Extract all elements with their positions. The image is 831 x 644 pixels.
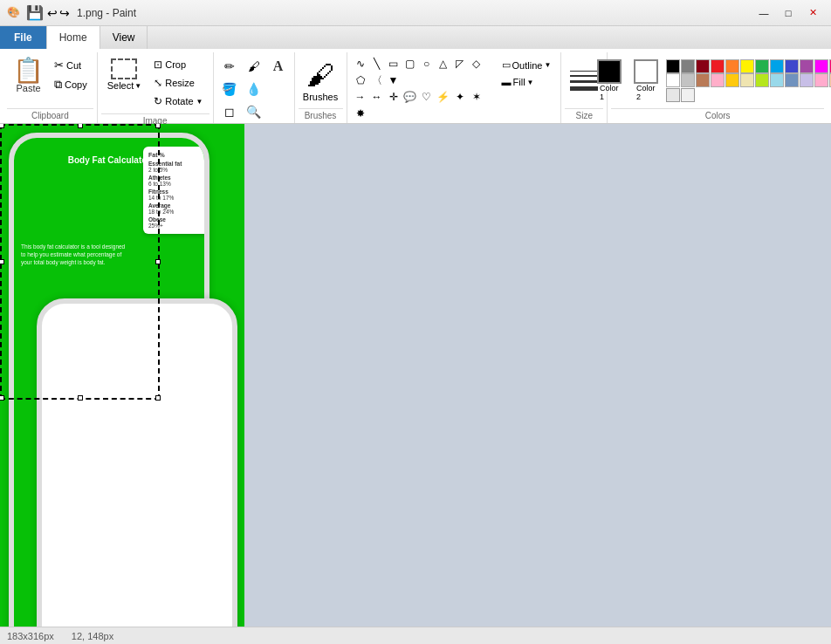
fill-tool[interactable]: 🪣 [219, 79, 240, 99]
copy-icon: ⧉ [54, 78, 62, 92]
shape-star4[interactable]: ✦ [452, 89, 468, 105]
shape-heart[interactable]: ♡ [419, 89, 435, 105]
color1-button[interactable]: Color1 [593, 57, 626, 105]
zoom-tool[interactable]: 🔍 [244, 101, 264, 122]
shape-more[interactable]: ▼ [386, 72, 402, 88]
swatch-green[interactable] [755, 59, 769, 73]
shape-lightning[interactable]: ⚡ [436, 89, 451, 105]
shape-callout[interactable]: 💬 [402, 89, 418, 105]
cut-button[interactable]: ✂ Cut [50, 56, 92, 74]
eraser-tool[interactable]: ◻ [219, 101, 240, 122]
swatch-lightgreen[interactable] [755, 73, 769, 87]
canvas-area: Body Fat Calculator Fat % Essential fat2… [0, 124, 831, 627]
shape-rect-outline[interactable]: ▭ [386, 56, 402, 72]
tab-home[interactable]: Home [47, 26, 100, 49]
swatch-rose[interactable] [814, 73, 828, 87]
shape-diamond[interactable]: ◇ [469, 56, 484, 72]
text-tool[interactable]: A [268, 56, 289, 77]
colors-group: Color1 Color2 [608, 52, 828, 123]
shape-triangle[interactable]: △ [436, 56, 451, 72]
color2-button[interactable]: Color2 [629, 57, 663, 105]
shape-ellipse[interactable]: ○ [419, 56, 435, 72]
swatch-darkred[interactable] [696, 59, 710, 73]
cut-icon: ✂ [54, 58, 64, 72]
swatch-brown[interactable] [696, 73, 710, 87]
swatch-lightblue[interactable] [770, 73, 784, 87]
paste-icon: 📋 [13, 58, 44, 83]
swatch-custom2[interactable] [681, 88, 695, 102]
eyedropper-tool[interactable]: 💧 [244, 79, 264, 99]
shape-star8[interactable]: ✸ [353, 106, 368, 121]
swatch-custom1[interactable] [666, 88, 680, 102]
tab-file[interactable]: File [0, 26, 47, 49]
brushes-button[interactable]: 🖌 Brushes [303, 59, 338, 102]
paste-button[interactable]: 📋 Paste [9, 56, 48, 96]
swatch-lavender[interactable] [800, 73, 814, 87]
color2-swatch [634, 59, 658, 84]
toolbar-undo[interactable]: ↩ [47, 6, 58, 20]
swatch-lightyellow[interactable] [740, 73, 754, 87]
paint-bucket-tool[interactable]: 🖌 [244, 56, 264, 77]
shape-arrow-bi[interactable]: ↔ [369, 89, 385, 105]
status-dimensions: 183x316px [7, 631, 54, 641]
shape-arrow-r[interactable]: → [353, 89, 368, 105]
color-palette [666, 59, 831, 102]
tools-col1: ✏ 🪣 ◻ [219, 56, 240, 122]
fill-dropdown: ▼ [527, 79, 534, 86]
shapes-group: ∿ ╲ ▭ ▢ ○ △ ◸ ◇ ⬠ 〈 ▼ → ↔ ✛ 💬 ♡ [347, 52, 562, 123]
close-button[interactable]: ✕ [801, 4, 824, 22]
swatch-red[interactable] [711, 59, 725, 73]
brushes-group: 🖌 Brushes Brushes [295, 52, 347, 123]
swatch-salmon[interactable] [711, 73, 725, 87]
outline-button[interactable]: ▭ Outline ▼ [498, 58, 556, 72]
swatch-gray[interactable] [681, 59, 695, 73]
swatch-magenta[interactable] [814, 59, 828, 73]
shape-curve[interactable]: ∿ [353, 56, 368, 72]
clipboard-group: 📋 Paste ✂ Cut ⧉ Copy Clipboard [3, 52, 98, 123]
tools-content: ✏ 🪣 ◻ 🖌 💧 🔍 A [217, 52, 291, 126]
select-button[interactable]: Select ▼ [103, 56, 147, 93]
color2-label: Color2 [636, 85, 656, 102]
swatch-black[interactable] [666, 59, 680, 73]
shape-rtriangle[interactable]: ◸ [452, 56, 468, 72]
swatch-yellow[interactable] [740, 59, 754, 73]
toolbar-redo[interactable]: ↪ [59, 6, 70, 20]
minimize-button[interactable]: — [752, 4, 775, 22]
shape-pentagon[interactable]: ⬠ [353, 72, 368, 88]
resize-button[interactable]: ⤡ Resize [149, 74, 207, 92]
swatch-purple[interactable] [800, 59, 814, 73]
shape-line[interactable]: ╲ [369, 56, 385, 72]
copy-button[interactable]: ⧉ Copy [50, 75, 92, 94]
rotate-icon: ↻ [154, 95, 162, 107]
maximize-button[interactable]: □ [777, 4, 800, 22]
toolbar-save[interactable]: 💾 [26, 4, 44, 21]
pencil-tool[interactable]: ✏ [219, 56, 240, 77]
fitness: Fitness14 to 17% [148, 188, 204, 201]
phone-description: This body fat calculator is a tool desig… [21, 243, 126, 266]
swatch-peach[interactable] [725, 73, 739, 87]
image-content: Select ▼ ⊡ Crop ⤡ Resize ↻ Rotate ▼ [101, 52, 209, 113]
swatch-cyan[interactable] [770, 59, 784, 73]
swatch-silver[interactable] [681, 73, 695, 87]
rotate-label: Rotate [165, 96, 193, 106]
copy-label: Copy [65, 79, 87, 90]
image-right-buttons: ⊡ Crop ⤡ Resize ↻ Rotate ▼ [149, 56, 207, 110]
crop-icon: ⊡ [154, 58, 162, 71]
resize-icon: ⤡ [154, 77, 162, 89]
fill-button[interactable]: ▬ Fill ▼ [498, 75, 556, 89]
swatch-blue[interactable] [785, 59, 799, 73]
swatch-white[interactable] [666, 73, 680, 87]
shape-arrow-4[interactable]: ✛ [386, 89, 402, 105]
tab-view[interactable]: View [100, 26, 148, 49]
crop-button[interactable]: ⊡ Crop [149, 56, 207, 73]
obese: Obese25%+ [148, 216, 204, 229]
rotate-button[interactable]: ↻ Rotate ▼ [149, 92, 207, 110]
swatch-cornflower[interactable] [785, 73, 799, 87]
shape-star6[interactable]: ✶ [469, 89, 484, 105]
select-label: Select [107, 80, 134, 91]
shape-chevron[interactable]: 〈 [369, 72, 385, 88]
shape-round-rect[interactable]: ▢ [402, 56, 418, 72]
cut-label: Cut [66, 60, 81, 71]
status-position: 12, 148px [72, 631, 113, 641]
swatch-orange[interactable] [725, 59, 739, 73]
